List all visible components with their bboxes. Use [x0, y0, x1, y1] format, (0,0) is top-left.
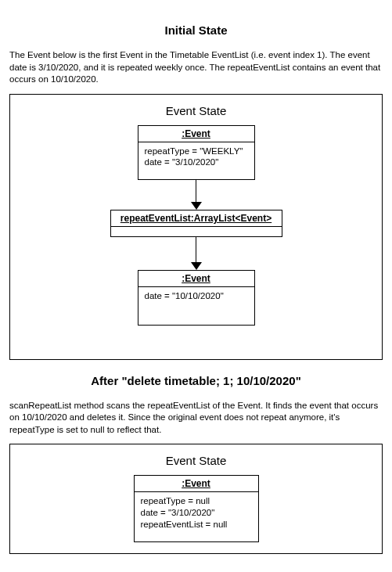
section1-title: Initial State	[9, 23, 383, 37]
uml-stack-1: :Event repeatType = "WEEKLY" date = "3/1…	[18, 125, 374, 326]
event-top-line2: date = "3/10/2020"	[145, 156, 248, 168]
frame2-title: Event State	[18, 454, 374, 467]
event-top-line1: repeatType = "WEEKLY"	[145, 146, 248, 157]
frame1-title: Event State	[18, 104, 374, 117]
svg-marker-1	[191, 262, 202, 270]
uml-event-after-header: :Event	[135, 476, 258, 492]
uml-event-after-body: repeatType = null date = "3/10/2020" rep…	[135, 492, 258, 541]
uml-repeat-event-list: repeatEventList:ArrayList<Event>	[110, 210, 282, 237]
arrow-down-icon	[191, 262, 202, 270]
arrow-2	[191, 237, 202, 270]
event-bottom-line1: date = "10/10/2020"	[145, 290, 248, 302]
repeat-event-list-header: repeatEventList:ArrayList<Event>	[111, 210, 282, 227]
svg-marker-0	[191, 202, 202, 210]
uml-event-top-header: :Event	[138, 126, 254, 142]
uml-event-after: :Event repeatType = null date = "3/10/20…	[134, 475, 259, 542]
repeat-event-list-slot	[111, 227, 282, 236]
arrow-down-icon	[191, 202, 202, 210]
uml-event-top: :Event repeatType = "WEEKLY" date = "3/1…	[138, 125, 255, 181]
arrow-1	[191, 180, 202, 210]
frame-initial-state: Event State :Event repeatType = "WEEKLY"…	[9, 94, 383, 360]
event-after-line3: repeatEventList = null	[141, 519, 252, 531]
frame-after-delete: Event State :Event repeatType = null dat…	[9, 444, 383, 554]
section2-desc: scanRepeatList method scans the repeatEv…	[9, 400, 383, 437]
section2-title: After "delete timetable; 1; 10/10/2020"	[9, 374, 383, 387]
uml-event-bottom-body: date = "10/10/2020"	[138, 287, 254, 325]
uml-stack-2: :Event repeatType = null date = "3/10/20…	[18, 475, 374, 542]
section1-desc: The Event below is the first Event in th…	[9, 49, 383, 86]
arrow-2-line	[196, 237, 196, 262]
uml-event-bottom-header: :Event	[138, 271, 254, 287]
uml-event-top-body: repeatType = "WEEKLY" date = "3/10/2020"	[138, 142, 254, 180]
uml-event-bottom: :Event date = "10/10/2020"	[138, 270, 255, 326]
event-after-line2: date = "3/10/2020"	[141, 507, 252, 519]
event-after-line1: repeatType = null	[141, 495, 252, 507]
arrow-1-line	[196, 180, 196, 202]
